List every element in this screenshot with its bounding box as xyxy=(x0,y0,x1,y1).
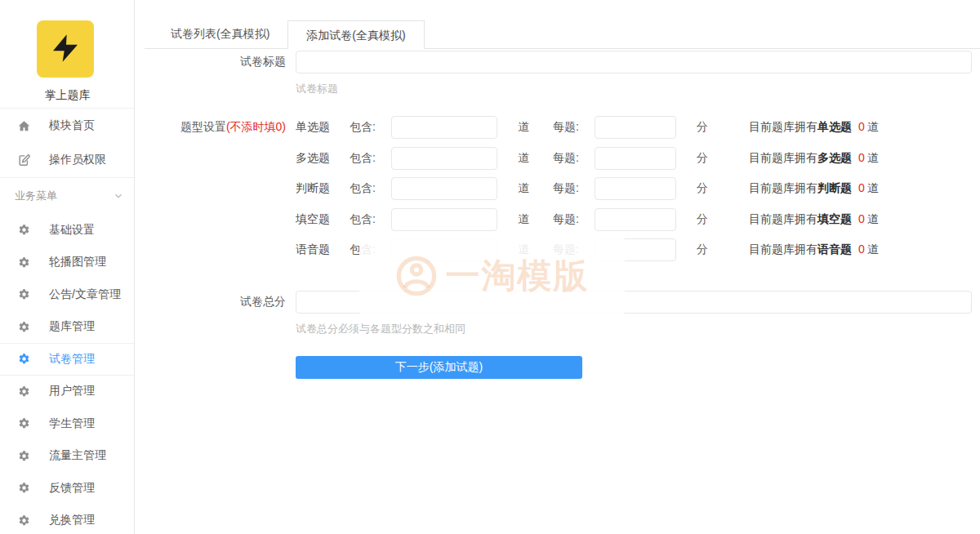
tab-label: 试卷列表(全真模拟) xyxy=(171,27,270,40)
paper-title-input[interactable] xyxy=(296,51,972,73)
per-question-label: 每题: xyxy=(553,212,584,227)
gear-icon xyxy=(18,353,30,365)
bank-count-info: 目前题库拥有单选题0道 xyxy=(749,120,879,135)
question-type-name: 语音题 xyxy=(296,243,330,257)
count-unit-label: 道 xyxy=(518,181,529,196)
tab-label: 添加试卷(全真模拟) xyxy=(306,29,405,42)
tab-bar: 试卷列表(全真模拟) 添加试卷(全真模拟) xyxy=(145,20,980,49)
sidebar-item-7[interactable]: 流量主管理 xyxy=(0,440,134,473)
sidebar-item-label: 流量主管理 xyxy=(49,448,106,463)
sidebar-item-label: 公告/文章管理 xyxy=(49,287,121,302)
sidebar-section-business-menu[interactable]: 业务菜单 xyxy=(0,178,134,214)
document-edit-icon xyxy=(17,154,31,167)
sidebar-item-1[interactable]: 轮播图管理 xyxy=(0,247,134,279)
sidebar-item-5[interactable]: 用户管理 xyxy=(0,376,134,408)
total-score-hint: 试卷总分必须与各题型分数之和相同 xyxy=(296,322,980,334)
sidebar-item-8[interactable]: 反馈管理 xyxy=(0,472,134,505)
sidebar-item-4-active[interactable]: 试卷管理 xyxy=(0,343,134,376)
question-count-input[interactable] xyxy=(391,147,497,170)
add-paper-form: 试卷标题 试卷标题 题型设置(不添时填0) 单选题 包含: 道 每题: 分 目前… xyxy=(135,51,980,379)
gear-icon xyxy=(18,321,30,333)
question-type-name: 判断题 xyxy=(296,181,330,196)
sidebar-item-label: 轮播图管理 xyxy=(49,255,106,269)
per-question-label: 每题: xyxy=(553,181,584,196)
sidebar-item-6[interactable]: 学生管理 xyxy=(0,407,134,440)
count-unit-label: 道 xyxy=(518,243,529,257)
question-type-row: 多选题 包含: 道 每题: 分 目前题库拥有多选题0道 xyxy=(135,147,980,170)
gear-icon xyxy=(18,288,30,300)
include-label: 包含: xyxy=(350,243,381,257)
count-unit-label: 道 xyxy=(518,120,529,135)
question-type-row: 填空题 包含: 道 每题: 分 目前题库拥有填空题0道 xyxy=(135,208,980,231)
gear-icon xyxy=(18,417,30,429)
paper-title-label: 试卷标题 xyxy=(135,55,286,69)
gear-icon xyxy=(18,385,30,398)
score-unit-label: 分 xyxy=(697,181,708,196)
count-unit-label: 道 xyxy=(518,151,529,166)
include-label: 包含: xyxy=(350,151,381,166)
include-label: 包含: xyxy=(350,212,381,227)
sidebar-item-2[interactable]: 公告/文章管理 xyxy=(0,278,134,311)
app-logo xyxy=(37,20,94,78)
lightning-icon xyxy=(49,32,82,67)
bank-count-info: 目前题库拥有多选题0道 xyxy=(749,151,879,166)
question-score-input[interactable] xyxy=(595,238,676,261)
sidebar-item-label: 试卷管理 xyxy=(49,352,95,367)
gear-icon xyxy=(18,514,30,527)
app-window: 掌上题库 模块首页 操作员权限 业务菜单 基础设置 轮播图管理 公告/文章管理 … xyxy=(0,0,980,534)
question-score-input[interactable] xyxy=(595,147,676,170)
gear-icon xyxy=(18,224,30,236)
sidebar-item-0[interactable]: 基础设置 xyxy=(0,214,134,247)
sidebar-menu-group: 基础设置 轮播图管理 公告/文章管理 题库管理 试卷管理 用户管理 学生管理 流… xyxy=(0,214,134,534)
question-type-row: 题型设置(不添时填0) 单选题 包含: 道 每题: 分 目前题库拥有单选题0道 xyxy=(135,116,980,139)
question-score-input[interactable] xyxy=(595,208,676,231)
per-question-label: 每题: xyxy=(553,243,584,257)
sidebar-item-home[interactable]: 模块首页 xyxy=(0,109,134,143)
total-score-input[interactable] xyxy=(296,291,972,314)
question-type-settings: 题型设置(不添时填0) 单选题 包含: 道 每题: 分 目前题库拥有单选题0道 … xyxy=(135,116,980,261)
sidebar-item-label: 兑换管理 xyxy=(49,513,95,527)
paper-title-hint: 试卷标题 xyxy=(296,82,980,94)
next-step-button[interactable]: 下一步(添加试题) xyxy=(296,356,582,379)
question-count-input[interactable] xyxy=(391,177,497,200)
sidebar: 掌上题库 模块首页 操作员权限 业务菜单 基础设置 轮播图管理 公告/文章管理 … xyxy=(0,0,135,534)
chevron-down-icon xyxy=(113,190,124,202)
sidebar-item-operator[interactable]: 操作员权限 xyxy=(0,143,134,177)
question-count-input[interactable] xyxy=(391,116,497,139)
count-unit-label: 道 xyxy=(518,212,529,227)
sidebar-item-9[interactable]: 兑换管理 xyxy=(0,505,134,534)
question-score-input[interactable] xyxy=(595,116,676,139)
question-score-input[interactable] xyxy=(595,177,676,200)
sidebar-item-label: 题库管理 xyxy=(49,319,95,334)
include-label: 包含: xyxy=(350,181,381,196)
question-type-name: 填空题 xyxy=(296,212,330,227)
bank-count-info: 目前题库拥有填空题0道 xyxy=(749,212,879,227)
sidebar-item-3[interactable]: 题库管理 xyxy=(0,311,134,344)
sidebar-item-label: 用户管理 xyxy=(49,384,95,398)
question-type-row: 判断题 包含: 道 每题: 分 目前题库拥有判断题0道 xyxy=(135,177,980,200)
gear-icon xyxy=(18,256,30,269)
main-content: 试卷列表(全真模拟) 添加试卷(全真模拟) 试卷标题 试卷标题 题型设置(不添时… xyxy=(135,0,980,534)
question-count-input[interactable] xyxy=(391,208,497,231)
sidebar-top-group: 模块首页 操作员权限 xyxy=(0,109,134,177)
sidebar-item-label: 模块首页 xyxy=(49,118,95,133)
sidebar-item-label: 基础设置 xyxy=(49,223,95,238)
question-type-name: 单选题 xyxy=(296,120,330,135)
gear-icon xyxy=(18,482,30,494)
home-icon xyxy=(17,119,31,133)
section-label: 业务菜单 xyxy=(15,189,57,203)
question-type-row: 语音题 包含: 道 每题: 分 目前题库拥有语音题0道 xyxy=(135,238,980,261)
score-unit-label: 分 xyxy=(697,212,708,227)
gear-icon xyxy=(18,450,30,462)
score-unit-label: 分 xyxy=(697,120,708,135)
score-unit-label: 分 xyxy=(697,151,708,166)
include-label: 包含: xyxy=(350,120,381,135)
question-count-input[interactable] xyxy=(391,238,497,261)
tab-0[interactable]: 试卷列表(全真模拟) xyxy=(153,20,287,48)
per-question-label: 每题: xyxy=(553,120,584,135)
bank-count-info: 目前题库拥有语音题0道 xyxy=(749,243,879,257)
sidebar-item-label: 操作员权限 xyxy=(49,153,106,167)
per-question-label: 每题: xyxy=(553,151,584,166)
bank-count-info: 目前题库拥有判断题0道 xyxy=(749,181,879,196)
tab-1-active[interactable]: 添加试卷(全真模拟) xyxy=(287,20,424,49)
